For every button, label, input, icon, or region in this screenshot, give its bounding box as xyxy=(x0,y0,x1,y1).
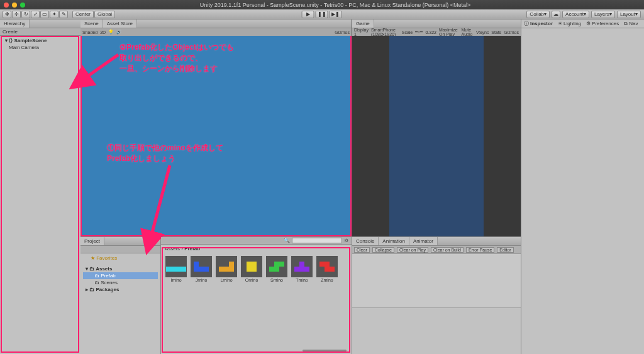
tab-project[interactable]: Project xyxy=(80,237,104,245)
hierarchy-panel: Hierarchy Create ▾ ⟨⟩ SampleScene Main C… xyxy=(0,19,80,354)
prefab-label: Jmino xyxy=(196,278,208,282)
scale-tool-button[interactable]: ⤢ xyxy=(31,11,40,18)
scene-view[interactable]: ②Prefab化したObjectはいつでも 取り出しができるので、 一旦、シーン… xyxy=(80,36,352,236)
console-button-clear[interactable]: Clear xyxy=(354,247,370,253)
game-view[interactable] xyxy=(352,36,521,236)
close-window-icon[interactable] xyxy=(4,3,9,8)
assets-panel: 🔍 ⛭ Assets › Prefab IminoJminoLminoOmino… xyxy=(161,237,352,354)
scene-2d-toggle[interactable]: 2D xyxy=(100,30,106,35)
inspector-panel: ⓘ Inspector ☀ Lighting ⚙ Preferences ⧉ N… xyxy=(521,19,644,354)
game-aspect-dropdown[interactable]: SmartPhone (1080x1920) xyxy=(371,28,399,36)
tab-navigation[interactable]: ⧉ Nav xyxy=(624,21,638,27)
prefab-label: Zmino xyxy=(321,278,333,282)
rect-tool-button[interactable]: ▭ xyxy=(40,11,49,18)
scene-shading-dropdown[interactable]: Shaded xyxy=(82,30,97,35)
project-folder-prefab[interactable]: 🗀 Prefab xyxy=(83,272,158,279)
play-button[interactable]: ▶ xyxy=(302,11,314,18)
console-button-clear-on-play[interactable]: Clear on Play xyxy=(397,247,428,253)
pivot-label: Center xyxy=(75,11,91,17)
annotation-text-2: ②Prefab化したObjectはいつでも 取り出しができるので、 一旦、シーン… xyxy=(119,42,234,74)
prefab-label: Smino xyxy=(270,278,283,282)
game-opt-vsync[interactable]: VSync xyxy=(476,30,489,35)
assets-thumbnail-size-slider[interactable] xyxy=(303,350,347,351)
window-titlebar: Unity 2019.1.1f1 Personal - SampleScene.… xyxy=(0,0,644,9)
tab-animation[interactable]: Animation xyxy=(379,237,409,245)
game-scale-value: 0.322 xyxy=(425,30,436,35)
collab-button[interactable]: Collab ▾ xyxy=(526,11,550,18)
console-button-clear-on-build[interactable]: Clear on Build xyxy=(431,247,464,253)
pivot-mode-button[interactable]: Center xyxy=(72,11,94,18)
custom-tool-button[interactable]: ✎ xyxy=(59,11,68,18)
project-packages-folder[interactable]: ▸ 🗀 Packages xyxy=(83,286,158,293)
assets-search-input[interactable] xyxy=(292,238,342,243)
game-opt-stats[interactable]: Stats xyxy=(491,30,501,35)
console-button-collapse[interactable]: Collapse xyxy=(372,247,394,253)
annotation-text-1: ①同じ手順で他のminoを作成して Prefab化しましょう xyxy=(107,143,223,164)
console-button-editor[interactable]: Editor xyxy=(497,247,513,253)
step-button[interactable]: ▶❚ xyxy=(330,11,342,18)
tab-scene[interactable]: Scene xyxy=(80,19,103,28)
prefab-item-zmino[interactable]: Zmino xyxy=(316,256,338,282)
project-assets-folder[interactable]: ▾ 🗀 Assets xyxy=(83,265,158,272)
hierarchy-scene[interactable]: ▾ ⟨⟩ SampleScene xyxy=(1,37,79,44)
scene-audio-toggle[interactable]: 🔊 xyxy=(116,30,122,35)
tab-animator[interactable]: Animator xyxy=(409,237,438,245)
tab-asset-store[interactable]: Asset Store xyxy=(103,19,137,28)
prefab-item-imino[interactable]: Imino xyxy=(165,256,187,282)
game-scale-slider[interactable]: ━○━ xyxy=(415,30,423,35)
window-title: Unity 2019.1.1f1 Personal - SampleScene.… xyxy=(30,2,640,8)
assets-search-icon[interactable]: 🔍 xyxy=(284,238,290,243)
prefab-label: Imino xyxy=(170,278,181,282)
game-opt-gizmos[interactable]: Gizmos xyxy=(504,30,519,35)
game-opt-maximize[interactable]: Maximize On Play xyxy=(439,28,459,36)
prefab-item-omino[interactable]: Omino xyxy=(240,256,263,282)
svg-line-0 xyxy=(84,55,118,79)
game-scale-label: Scale xyxy=(402,30,413,35)
project-favorites[interactable]: ★ Favorites xyxy=(83,255,158,262)
tab-console[interactable]: Console xyxy=(352,237,379,245)
annotation-arrow-1 xyxy=(145,162,182,243)
scene-panel: Scene Asset Store Shaded 2D 💡 🔊 Gizmos ②… xyxy=(80,19,352,236)
console-detail-area xyxy=(352,307,521,354)
tab-game[interactable]: Game xyxy=(352,19,374,28)
tab-inspector[interactable]: ⓘ Inspector xyxy=(524,20,553,27)
main-toolbar: ✥ ✢ ↻ ⤢ ▭ ✦ ✎ Center Global ▶ ❚❚ ▶❚ Coll… xyxy=(0,9,644,19)
transform-tool-button[interactable]: ✦ xyxy=(50,11,58,18)
tab-preferences[interactable]: ⚙ Preferences xyxy=(586,21,619,26)
pause-button[interactable]: ❚❚ xyxy=(316,11,328,18)
cloud-button[interactable]: ☁ xyxy=(552,11,560,18)
prefab-item-tmino[interactable]: Tmino xyxy=(291,256,313,282)
layers-button[interactable]: Layers ▾ xyxy=(591,11,615,18)
hierarchy-item-main-camera[interactable]: Main Camera xyxy=(1,44,79,51)
svg-line-1 xyxy=(151,165,170,237)
scene-gizmos-dropdown[interactable]: Gizmos xyxy=(335,30,350,35)
pivot-rotation-button[interactable]: Global xyxy=(94,11,115,18)
assets-filter-icon[interactable]: ⛭ xyxy=(344,238,349,243)
tab-lighting[interactable]: ☀ Lighting xyxy=(558,21,581,26)
tab-hierarchy[interactable]: Hierarchy xyxy=(0,19,30,28)
prefab-item-smino[interactable]: Smino xyxy=(265,256,288,282)
game-display-dropdown[interactable]: Display 1 xyxy=(354,28,369,36)
game-panel: Game Display 1 SmartPhone (1080x1920) Sc… xyxy=(352,19,521,236)
account-button[interactable]: Account ▾ xyxy=(562,11,589,18)
game-opt-mute[interactable]: Mute Audio xyxy=(462,28,474,36)
prefab-item-lmino[interactable]: Lmino xyxy=(215,256,238,282)
scene-light-toggle[interactable]: 💡 xyxy=(108,30,114,35)
layout-button[interactable]: Layout ▾ xyxy=(617,11,641,18)
rotation-label: Global xyxy=(97,11,112,17)
prefab-label: Tmino xyxy=(296,278,308,282)
assets-breadcrumb[interactable]: Assets › Prefab xyxy=(161,245,352,253)
rotate-tool-button[interactable]: ↻ xyxy=(21,11,30,18)
move-tool-button[interactable]: ✢ xyxy=(12,11,21,18)
minimize-window-icon[interactable] xyxy=(12,3,17,8)
annotation-arrow-2 xyxy=(80,48,125,86)
prefab-label: Omino xyxy=(245,278,258,282)
hierarchy-create-button[interactable]: Create xyxy=(3,29,18,35)
project-folder-scenes[interactable]: 🗀 Scenes xyxy=(83,279,158,286)
console-log-area[interactable] xyxy=(352,253,521,307)
maximize-window-icon[interactable] xyxy=(20,3,25,8)
prefab-label: Lmino xyxy=(220,278,232,282)
prefab-item-jmino[interactable]: Jmino xyxy=(190,256,213,282)
console-button-error-pause[interactable]: Error Pause xyxy=(466,247,494,253)
hand-tool-button[interactable]: ✥ xyxy=(3,11,11,18)
